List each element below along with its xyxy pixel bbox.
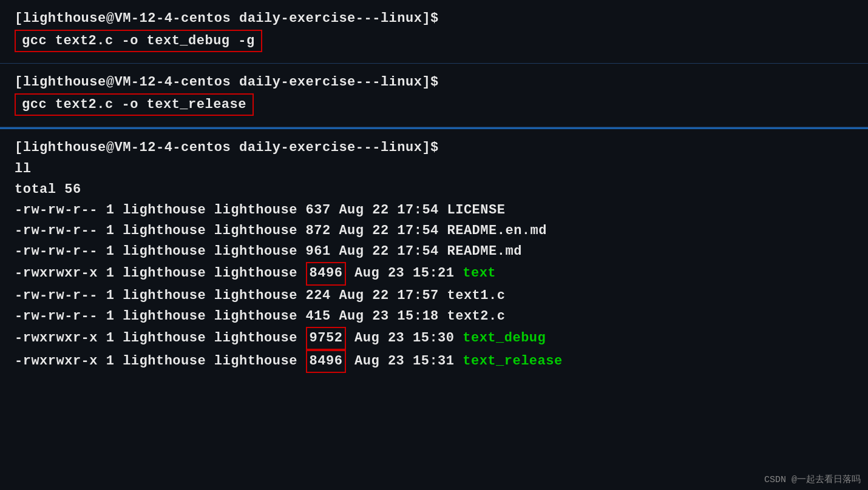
file-debug-perms: -rwxrwxr-x 1 lighthouse lighthouse — [15, 331, 306, 346]
file-release-perms: -rwxrwxr-x 1 lighthouse lighthouse — [15, 354, 306, 369]
prompt-1: [lighthouse@VM-12-4-centos daily-exercis… — [15, 11, 853, 26]
command-2: gcc text2.c -o text_release — [15, 93, 254, 116]
file-debug-name: text_debug — [463, 331, 546, 346]
ls-command: ll — [15, 159, 853, 180]
file-text-size: 8496 — [306, 262, 347, 285]
watermark: CSDN @一起去看日落吗 — [764, 474, 861, 485]
prompt-2: [lighthouse@VM-12-4-centos daily-exercis… — [15, 75, 853, 90]
file-text-release: -rwxrwxr-x 1 lighthouse lighthouse 8496 … — [15, 350, 853, 373]
section-2: [lighthouse@VM-12-4-centos daily-exercis… — [0, 64, 868, 127]
total-line: total 56 — [15, 180, 853, 200]
file-debug-date: Aug 23 15:30 — [346, 331, 463, 346]
file-text2c: -rw-rw-r-- 1 lighthouse lighthouse 415 A… — [15, 306, 853, 327]
file-text-perms: -rwxrwxr-x 1 lighthouse lighthouse — [15, 266, 306, 281]
file-readme-en: -rw-rw-r-- 1 lighthouse lighthouse 872 A… — [15, 221, 853, 241]
file-text-name: text — [463, 266, 496, 281]
file-text1c: -rw-rw-r-- 1 lighthouse lighthouse 224 A… — [15, 286, 853, 306]
file-release-date: Aug 23 15:31 — [346, 354, 463, 369]
file-text-debug: -rwxrwxr-x 1 lighthouse lighthouse 9752 … — [15, 327, 853, 350]
file-text-date: Aug 23 15:21 — [346, 266, 463, 281]
section-ls: [lighthouse@VM-12-4-centos daily-exercis… — [0, 129, 868, 490]
file-readme: -rw-rw-r-- 1 lighthouse lighthouse 961 A… — [15, 241, 853, 262]
command-1: gcc text2.c -o text_debug -g — [15, 30, 262, 52]
file-license: -rw-rw-r-- 1 lighthouse lighthouse 637 A… — [15, 200, 853, 221]
section-1: [lighthouse@VM-12-4-centos daily-exercis… — [0, 0, 868, 64]
file-debug-size: 9752 — [306, 327, 347, 350]
prompt-3: [lighthouse@VM-12-4-centos daily-exercis… — [15, 140, 853, 155]
file-text: -rwxrwxr-x 1 lighthouse lighthouse 8496 … — [15, 262, 853, 285]
file-release-name: text_release — [463, 354, 562, 369]
terminal: [lighthouse@VM-12-4-centos daily-exercis… — [0, 0, 868, 490]
file-release-size: 8496 — [306, 350, 347, 373]
